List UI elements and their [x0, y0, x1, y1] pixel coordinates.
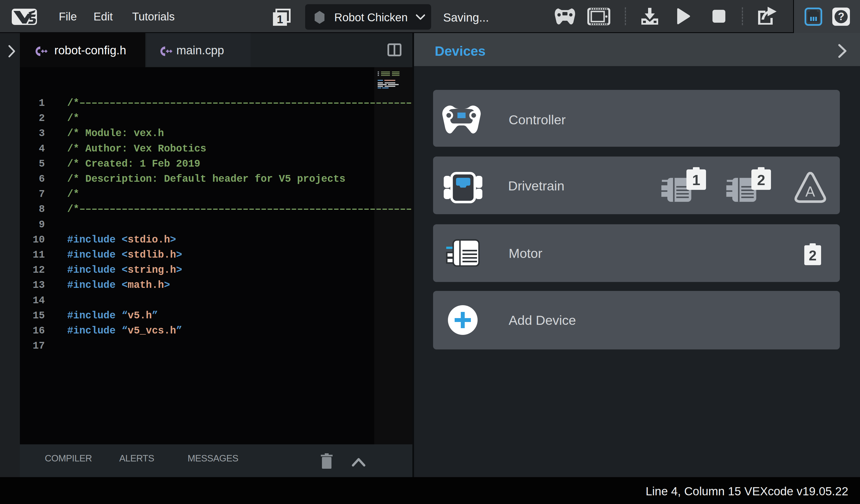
svg-text:2: 2	[809, 248, 817, 263]
svg-text:2: 2	[757, 172, 765, 188]
svg-text:1: 1	[692, 172, 700, 188]
svg-text:1: 1	[277, 13, 283, 26]
svg-text:A: A	[805, 183, 815, 200]
